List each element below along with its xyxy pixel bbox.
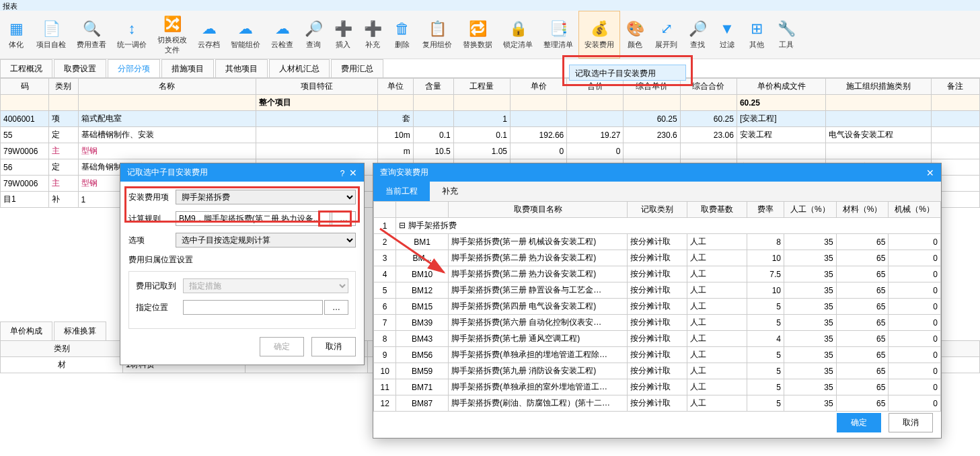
安装费用-icon: 💰 [590, 20, 609, 38]
tab-人材机汇总[interactable]: 人材机汇总 [269, 59, 330, 77]
ribbon-整理清单[interactable]: 📑整理清单 [538, 11, 578, 59]
tab-其他项目[interactable]: 其他项目 [215, 59, 268, 77]
ok-button[interactable]: 确定 [837, 413, 881, 432]
查询-icon: 🔎 [304, 20, 323, 38]
tab-措施项目[interactable]: 措施项目 [161, 59, 214, 77]
删除-icon: 🗑 [393, 20, 412, 38]
统一调价-icon: ↕ [122, 20, 141, 38]
option-select[interactable]: 选中子目按选定规则计算 [176, 233, 356, 248]
tab-费用汇总[interactable]: 费用汇总 [331, 59, 383, 77]
过滤-icon: ▼ [718, 20, 737, 38]
ribbon-插入[interactable]: ➕插入 [328, 11, 358, 59]
top-tab[interactable]: 报表 [3, 2, 17, 10]
ribbon-体化[interactable]: ▦体化 [1, 11, 31, 59]
ribbon-补充[interactable]: ➕补充 [358, 11, 387, 59]
btab-单价构成[interactable]: 单价构成 [0, 321, 52, 340]
ribbon-锁定清单[interactable]: 🔒锁定清单 [498, 11, 538, 59]
复用组价-icon: 📋 [428, 20, 447, 38]
cancel-button[interactable]: 取消 [889, 413, 933, 432]
page-tabs: 工程概况取费设置分部分项措施项目其他项目人材机汇总费用汇总 [0, 59, 980, 78]
dialog-title: 查询安装费用 [380, 167, 428, 178]
close-icon[interactable]: ✕ [349, 167, 357, 178]
ribbon-工具[interactable]: 🔧工具 [771, 11, 801, 59]
dtab-当前工程[interactable]: 当前工程 [373, 182, 430, 201]
ribbon-切换税改
文件[interactable]: 🔀切换税改文件 [152, 11, 192, 59]
take-to-select[interactable]: 指定措施 [183, 278, 348, 293]
ribbon-删除[interactable]: 🗑删除 [387, 11, 417, 59]
dtab-补充[interactable]: 补充 [430, 182, 470, 201]
ribbon-查找[interactable]: 🔎查找 [683, 11, 712, 59]
ribbon-过滤[interactable]: ▼过滤 [712, 11, 742, 59]
dialog-install-fee: 记取选中子目安装费用 ? ✕ 安装费用项 脚手架搭拆费 计算规则 … 选项 选中… [120, 163, 365, 365]
替换数据-icon: 🔁 [468, 20, 487, 38]
location-browse-button[interactable]: … [324, 300, 348, 315]
ribbon: ▦体化📄项目自检🔍费用查看↕统一调价🔀切换税改文件☁云存档☁智能组价☁云检查🔎查… [0, 11, 980, 59]
ribbon-费用查看[interactable]: 🔍费用查看 [71, 11, 112, 59]
tab-工程概况[interactable]: 工程概况 [0, 59, 52, 77]
ribbon-智能组价[interactable]: ☁智能组价 [225, 11, 266, 59]
锁定清单-icon: 🔒 [508, 20, 527, 38]
close-icon[interactable]: ✕ [926, 167, 934, 178]
rule-browse-button[interactable]: … [332, 211, 356, 226]
插入-icon: ➕ [334, 20, 352, 38]
location-input[interactable] [183, 300, 323, 315]
颜色-icon: 🎨 [626, 20, 644, 38]
ribbon-云检查[interactable]: ☁云检查 [266, 11, 299, 59]
整理清单-icon: 📑 [549, 20, 568, 38]
tab-分部分项[interactable]: 分部分项 [108, 59, 160, 77]
dialog-title: 记取选中子目安装费用 [127, 167, 208, 178]
工具-icon: 🔧 [777, 20, 796, 38]
ribbon-安装费用[interactable]: 💰安装费用 [578, 11, 620, 59]
help-icon[interactable]: ? [340, 169, 345, 178]
云存档-icon: ☁ [200, 20, 219, 38]
fee-item-select[interactable]: 脚手架搭拆费 [176, 190, 356, 204]
其他-icon: ⊞ [747, 20, 766, 38]
ribbon-其他[interactable]: ⊞其他 [742, 11, 771, 59]
ribbon-项目自检[interactable]: 📄项目自检 [31, 11, 71, 59]
ribbon-查询[interactable]: 🔎查询 [299, 11, 328, 59]
fee-grid[interactable]: 取费项目名称记取类别取费基数费率人工（%）材料（%）机械（%）1⊟ 脚手架搭拆费… [373, 201, 941, 412]
体化-icon: ▦ [7, 20, 26, 38]
云检查-icon: ☁ [273, 20, 292, 38]
dropdown-item-install-fee[interactable]: 记取选中子目安装费用 [569, 65, 686, 81]
项目自检-icon: 📄 [42, 20, 61, 38]
ribbon-云存档[interactable]: ☁云存档 [192, 11, 225, 59]
展开到-icon: ⤢ [657, 20, 676, 38]
tab-取费设置[interactable]: 取费设置 [54, 59, 106, 77]
ribbon-颜色[interactable]: 🎨颜色 [620, 11, 650, 59]
补充-icon: ➕ [363, 20, 382, 38]
ribbon-替换数据[interactable]: 🔁替换数据 [457, 11, 498, 59]
ribbon-展开到[interactable]: ⤢展开到 [650, 11, 683, 59]
查找-icon: 🔎 [688, 20, 707, 38]
cancel-button[interactable]: 取消 [311, 337, 356, 356]
dialog-query-fee: 查询安装费用 ✕ 当前工程补充 取费项目名称记取类别取费基数费率人工（%）材料（… [373, 163, 942, 439]
ok-button[interactable]: 确定 [260, 337, 304, 356]
智能组价-icon: ☁ [236, 20, 255, 38]
btab-标准换算[interactable]: 标准换算 [54, 321, 106, 340]
calc-rule-input[interactable] [176, 211, 330, 226]
ribbon-复用组价[interactable]: 📋复用组价 [417, 11, 457, 59]
切换税改
文件-icon: 🔀 [163, 15, 182, 34]
ribbon-统一调价[interactable]: ↕统一调价 [112, 11, 152, 59]
费用查看-icon: 🔍 [82, 20, 101, 38]
